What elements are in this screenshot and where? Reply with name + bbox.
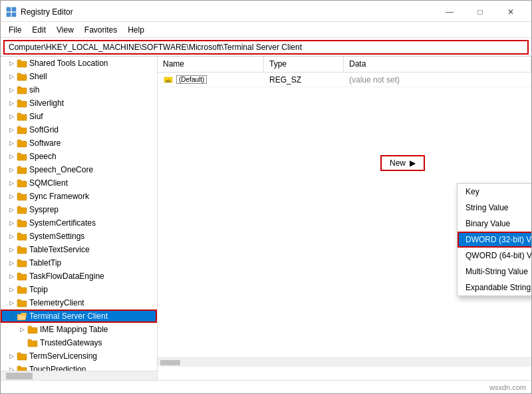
tree-label: Terminal Server Client (29, 311, 108, 321)
tree-item-systemcerts[interactable]: ▷ SystemCertificates (1, 216, 157, 230)
tree-item-shell[interactable]: ▷ Shell (1, 70, 157, 83)
folder-icon (17, 98, 27, 108)
tree-label: SQMClient (29, 178, 68, 188)
col-header-data[interactable]: Data (344, 57, 531, 72)
tree-hscroll[interactable] (1, 371, 157, 380)
folder-icon (17, 85, 27, 95)
tree-item-software[interactable]: ▷ Software (1, 136, 157, 150)
default-badge: (Default) (176, 75, 207, 84)
main-content: ▷ Shared Tools Location ▷ Shell ▷ (1, 57, 531, 380)
folder-icon (17, 112, 27, 121)
menu-favorites[interactable]: Favorites (79, 24, 122, 36)
tree-label: Speech_OneCore (29, 165, 93, 174)
expand-icon[interactable]: ▷ (6, 297, 17, 308)
expand-icon[interactable]: ▷ (6, 178, 17, 188)
tree-item-termserv[interactable]: ▷ TermServLicensing (1, 349, 157, 363)
right-hscroll[interactable] (158, 357, 531, 367)
submenu-expandable[interactable]: Expandable String Value (458, 280, 531, 296)
expand-icon[interactable]: ▷ (6, 111, 17, 122)
close-button[interactable]: ✕ (495, 4, 526, 20)
menu-edit[interactable]: Edit (27, 24, 51, 36)
submenu-multistring[interactable]: Multi-String Value (458, 264, 531, 280)
submenu-binary[interactable]: Binary Value (458, 216, 531, 232)
tree-panel: ▷ Shared Tools Location ▷ Shell ▷ (1, 57, 158, 380)
submenu-key[interactable]: Key (458, 184, 531, 200)
expand-icon[interactable]: ▷ (6, 124, 17, 135)
menu-help[interactable]: Help (122, 24, 150, 36)
expand-icon[interactable]: ▷ (6, 284, 17, 295)
tree-item-touchpred[interactable]: ▷ TouchPrediction (1, 363, 157, 371)
expand-icon[interactable]: ▷ (6, 164, 17, 175)
expand-icon[interactable]: ▽ (6, 311, 17, 321)
col-header-type[interactable]: Type (264, 57, 344, 72)
expand-icon[interactable]: ▷ (6, 58, 17, 69)
tree-item-sync-framework[interactable]: ▷ Sync Framework (1, 190, 157, 203)
tree-label: Sysprep (29, 205, 59, 214)
tree-item-softgrid[interactable]: ▷ SoftGrid (1, 123, 157, 136)
address-input[interactable] (3, 40, 529, 55)
tree-item-telemetryclient[interactable]: ▷ TelemetryClient (1, 296, 157, 309)
hscroll-track[interactable] (1, 372, 157, 380)
submenu-string[interactable]: String Value (458, 200, 531, 216)
right-hscroll-thumb[interactable] (160, 360, 180, 365)
minimize-button[interactable]: — (434, 4, 465, 20)
expand-icon[interactable]: ▷ (17, 324, 27, 335)
tree-item-sysprep[interactable]: ▷ Sysprep (1, 203, 157, 216)
expand-icon[interactable]: ▷ (6, 98, 17, 108)
tree-label: Shell (29, 72, 47, 81)
folder-icon (17, 152, 27, 161)
tree-item-speech[interactable]: ▷ Speech (1, 150, 157, 163)
folder-icon (17, 138, 27, 148)
new-button[interactable]: New ▶ (380, 155, 425, 171)
tree-label: SoftGrid (29, 125, 59, 134)
tree-item-systemsettings[interactable]: ▷ SystemSettings (1, 230, 157, 243)
folder-icon (17, 258, 27, 268)
tree-item-tablettip[interactable]: ▷ TabletTip (1, 256, 157, 270)
tree-item-tabletextservice[interactable]: ▷ TableTextService (1, 243, 157, 256)
tree-item-siuf[interactable]: ▷ Siuf (1, 110, 157, 123)
status-text: wsxdn.com (489, 383, 526, 391)
reg-type-default: REG_SZ (264, 74, 344, 86)
menu-file[interactable]: File (3, 24, 27, 36)
tree-item-tcpip[interactable]: ▷ Tcpip (1, 283, 157, 296)
tree-item-trustedgateways[interactable]: ▷ TrustedGateways (1, 336, 157, 349)
expand-icon[interactable]: ▷ (6, 364, 17, 371)
folder-icon (27, 325, 38, 334)
window-controls: — □ ✕ (434, 4, 526, 20)
tree-item-taskflow[interactable]: ▷ TaskFlowDataEngine (1, 270, 157, 283)
tree-item-terminal-server-client[interactable]: ▽ Terminal Server Client (1, 309, 157, 323)
tree-label: TableTextService (29, 245, 90, 254)
tree-item-sqmclient[interactable]: ▷ SQMClient (1, 176, 157, 190)
expand-icon[interactable]: ▷ (6, 218, 17, 228)
expand-icon[interactable]: ▷ (6, 85, 17, 95)
expand-icon[interactable]: ▷ (6, 244, 17, 255)
registry-row-default[interactable]: ab (Default) REG_SZ (value not set) (158, 73, 531, 87)
tree-label: Speech (29, 152, 57, 161)
expand-icon[interactable]: ▷ (6, 351, 17, 361)
submenu-dword[interactable]: DWORD (32-bit) Value (458, 232, 531, 248)
expand-icon[interactable]: ▷ (6, 204, 17, 215)
tree-item-silverlight[interactable]: ▷ Silverlight (1, 97, 157, 110)
tree-item-speech-onecore[interactable]: ▷ Speech_OneCore (1, 163, 157, 176)
expand-icon[interactable]: ▷ (6, 191, 17, 202)
tree-item-ime[interactable]: ▷ IME Mapping Table (1, 323, 157, 336)
expand-icon[interactable]: ▷ (6, 258, 17, 268)
tree-label: TelemetryClient (29, 298, 84, 307)
tree-label: TabletTip (29, 258, 61, 268)
menu-view[interactable]: View (51, 24, 79, 36)
hscroll-thumb[interactable] (6, 373, 33, 379)
folder-icon-open (17, 311, 27, 321)
tree-item-sih[interactable]: ▷ sih (1, 83, 157, 97)
expand-icon[interactable]: ▷ (6, 271, 17, 282)
submenu-qword[interactable]: QWORD (64-bit) Value (458, 248, 531, 264)
expand-icon[interactable]: ▷ (6, 71, 17, 82)
tree-item-shared-tools[interactable]: ▷ Shared Tools Location (1, 57, 157, 70)
col-header-name[interactable]: Name (158, 57, 264, 72)
maximize-button[interactable]: □ (465, 4, 495, 20)
expand-icon[interactable]: ▷ (6, 151, 17, 162)
tree-scroll[interactable]: ▷ Shared Tools Location ▷ Shell ▷ (1, 57, 157, 371)
expand-icon[interactable]: ▷ (6, 231, 17, 242)
right-hscroll-track[interactable] (158, 359, 531, 366)
folder-icon (17, 192, 27, 201)
expand-icon[interactable]: ▷ (6, 138, 17, 148)
